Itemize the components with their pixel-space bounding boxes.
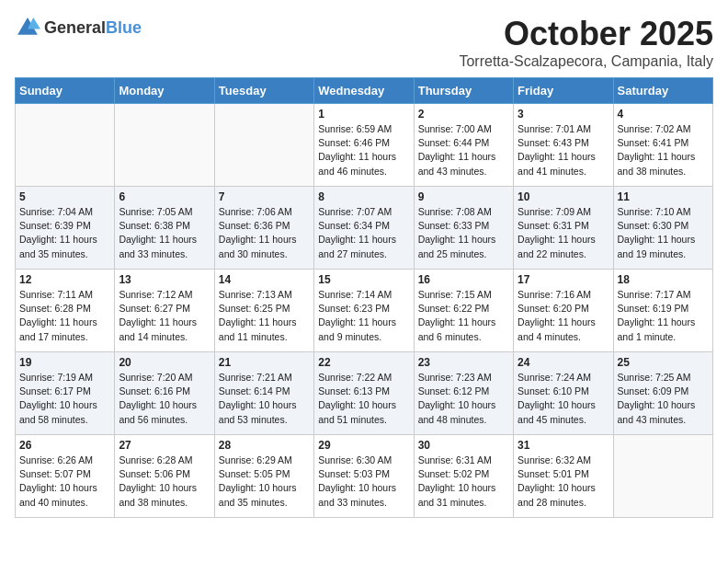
calendar-cell: 29Sunrise: 6:30 AM Sunset: 5:03 PM Dayli… [314, 435, 414, 518]
day-number: 18 [618, 273, 709, 286]
calendar-cell: 30Sunrise: 6:31 AM Sunset: 5:02 PM Dayli… [414, 435, 513, 518]
calendar-cell: 26Sunrise: 6:26 AM Sunset: 5:07 PM Dayli… [16, 435, 115, 518]
day-number: 8 [318, 190, 409, 203]
day-info: Sunrise: 6:30 AM Sunset: 5:03 PM Dayligh… [318, 454, 409, 510]
day-number: 9 [418, 190, 509, 203]
calendar-week-row: 5Sunrise: 7:04 AM Sunset: 6:39 PM Daylig… [16, 187, 713, 270]
day-number: 11 [618, 190, 709, 203]
day-number: 27 [119, 439, 210, 452]
calendar-cell: 5Sunrise: 7:04 AM Sunset: 6:39 PM Daylig… [16, 187, 115, 270]
day-number: 26 [19, 439, 110, 452]
calendar-cell [115, 104, 214, 187]
day-info: Sunrise: 6:59 AM Sunset: 6:46 PM Dayligh… [318, 122, 409, 178]
day-number: 15 [318, 273, 409, 286]
day-info: Sunrise: 7:14 AM Sunset: 6:23 PM Dayligh… [318, 288, 409, 344]
day-info: Sunrise: 7:19 AM Sunset: 6:17 PM Dayligh… [19, 371, 110, 427]
day-number: 22 [318, 356, 409, 369]
day-info: Sunrise: 7:02 AM Sunset: 6:41 PM Dayligh… [618, 122, 709, 178]
calendar-cell: 8Sunrise: 7:07 AM Sunset: 6:34 PM Daylig… [314, 187, 414, 270]
calendar-cell [214, 104, 313, 187]
day-number: 6 [119, 190, 210, 203]
day-number: 29 [318, 439, 409, 452]
calendar-cell: 24Sunrise: 7:24 AM Sunset: 6:10 PM Dayli… [514, 352, 613, 435]
day-number: 13 [119, 273, 210, 286]
day-info: Sunrise: 6:32 AM Sunset: 5:01 PM Dayligh… [518, 454, 609, 510]
day-number: 7 [219, 190, 310, 203]
calendar-cell: 27Sunrise: 6:28 AM Sunset: 5:06 PM Dayli… [115, 435, 214, 518]
logo-text-blue: Blue [106, 18, 142, 37]
calendar-week-row: 1Sunrise: 6:59 AM Sunset: 6:46 PM Daylig… [16, 104, 713, 187]
day-info: Sunrise: 7:23 AM Sunset: 6:12 PM Dayligh… [418, 371, 509, 427]
day-number: 30 [418, 439, 509, 452]
day-info: Sunrise: 7:00 AM Sunset: 6:44 PM Dayligh… [418, 122, 509, 178]
day-number: 12 [19, 273, 110, 286]
day-number: 10 [518, 190, 609, 203]
calendar-cell: 2Sunrise: 7:00 AM Sunset: 6:44 PM Daylig… [414, 104, 513, 187]
day-of-week-header: Tuesday [214, 78, 313, 104]
day-number: 31 [518, 439, 609, 452]
calendar-cell: 20Sunrise: 7:20 AM Sunset: 6:16 PM Dayli… [115, 352, 214, 435]
day-number: 25 [618, 356, 709, 369]
month-title: October 2025 [459, 15, 713, 53]
calendar-cell: 23Sunrise: 7:23 AM Sunset: 6:12 PM Dayli… [414, 352, 513, 435]
calendar-week-row: 12Sunrise: 7:11 AM Sunset: 6:28 PM Dayli… [16, 270, 713, 352]
calendar-cell: 11Sunrise: 7:10 AM Sunset: 6:30 PM Dayli… [613, 187, 712, 270]
calendar-week-row: 19Sunrise: 7:19 AM Sunset: 6:17 PM Dayli… [16, 352, 713, 435]
calendar-cell [16, 104, 115, 187]
day-number: 23 [418, 356, 509, 369]
calendar-cell: 16Sunrise: 7:15 AM Sunset: 6:22 PM Dayli… [414, 270, 513, 352]
day-number: 14 [219, 273, 310, 286]
calendar-cell [613, 435, 712, 518]
day-of-week-header: Wednesday [314, 78, 414, 104]
day-info: Sunrise: 7:01 AM Sunset: 6:43 PM Dayligh… [518, 122, 609, 178]
calendar-cell: 15Sunrise: 7:14 AM Sunset: 6:23 PM Dayli… [314, 270, 414, 352]
day-info: Sunrise: 7:25 AM Sunset: 6:09 PM Dayligh… [618, 371, 709, 427]
day-of-week-header: Monday [115, 78, 214, 104]
day-info: Sunrise: 6:29 AM Sunset: 5:05 PM Dayligh… [219, 454, 310, 510]
day-number: 28 [219, 439, 310, 452]
title-block: October 2025 Torretta-Scalzapecora, Camp… [459, 15, 713, 70]
calendar-cell: 1Sunrise: 6:59 AM Sunset: 6:46 PM Daylig… [314, 104, 414, 187]
day-info: Sunrise: 7:06 AM Sunset: 6:36 PM Dayligh… [219, 205, 310, 261]
day-info: Sunrise: 7:20 AM Sunset: 6:16 PM Dayligh… [119, 371, 210, 427]
calendar-cell: 28Sunrise: 6:29 AM Sunset: 5:05 PM Dayli… [214, 435, 313, 518]
calendar-cell: 19Sunrise: 7:19 AM Sunset: 6:17 PM Dayli… [16, 352, 115, 435]
page-header: GeneralBlue October 2025 Torretta-Scalza… [15, 15, 713, 70]
calendar-table: SundayMondayTuesdayWednesdayThursdayFrid… [15, 77, 713, 518]
day-info: Sunrise: 7:16 AM Sunset: 6:20 PM Dayligh… [518, 288, 609, 344]
day-of-week-header: Friday [514, 78, 613, 104]
day-info: Sunrise: 7:07 AM Sunset: 6:34 PM Dayligh… [318, 205, 409, 261]
calendar-cell: 31Sunrise: 6:32 AM Sunset: 5:01 PM Dayli… [514, 435, 613, 518]
day-info: Sunrise: 7:13 AM Sunset: 6:25 PM Dayligh… [219, 288, 310, 344]
day-info: Sunrise: 7:11 AM Sunset: 6:28 PM Dayligh… [19, 288, 110, 344]
day-number: 1 [318, 108, 409, 121]
calendar-cell: 9Sunrise: 7:08 AM Sunset: 6:33 PM Daylig… [414, 187, 513, 270]
day-info: Sunrise: 6:31 AM Sunset: 5:02 PM Dayligh… [418, 454, 509, 510]
calendar-cell: 13Sunrise: 7:12 AM Sunset: 6:27 PM Dayli… [115, 270, 214, 352]
location-title: Torretta-Scalzapecora, Campania, Italy [459, 53, 713, 70]
day-number: 17 [518, 273, 609, 286]
day-info: Sunrise: 7:22 AM Sunset: 6:13 PM Dayligh… [318, 371, 409, 427]
calendar-header-row: SundayMondayTuesdayWednesdayThursdayFrid… [16, 78, 713, 104]
day-info: Sunrise: 6:28 AM Sunset: 5:06 PM Dayligh… [119, 454, 210, 510]
day-info: Sunrise: 7:15 AM Sunset: 6:22 PM Dayligh… [418, 288, 509, 344]
calendar-week-row: 26Sunrise: 6:26 AM Sunset: 5:07 PM Dayli… [16, 435, 713, 518]
calendar-cell: 4Sunrise: 7:02 AM Sunset: 6:41 PM Daylig… [613, 104, 712, 187]
day-info: Sunrise: 7:17 AM Sunset: 6:19 PM Dayligh… [618, 288, 709, 344]
day-number: 3 [518, 108, 609, 121]
logo: GeneralBlue [15, 15, 142, 40]
day-number: 19 [19, 356, 110, 369]
day-info: Sunrise: 7:04 AM Sunset: 6:39 PM Dayligh… [19, 205, 110, 261]
day-of-week-header: Sunday [16, 78, 115, 104]
day-info: Sunrise: 7:08 AM Sunset: 6:33 PM Dayligh… [418, 205, 509, 261]
logo-icon [15, 15, 40, 40]
calendar-cell: 10Sunrise: 7:09 AM Sunset: 6:31 PM Dayli… [514, 187, 613, 270]
calendar-cell: 17Sunrise: 7:16 AM Sunset: 6:20 PM Dayli… [514, 270, 613, 352]
calendar-cell: 3Sunrise: 7:01 AM Sunset: 6:43 PM Daylig… [514, 104, 613, 187]
calendar-cell: 14Sunrise: 7:13 AM Sunset: 6:25 PM Dayli… [214, 270, 313, 352]
day-info: Sunrise: 7:21 AM Sunset: 6:14 PM Dayligh… [219, 371, 310, 427]
calendar-cell: 21Sunrise: 7:21 AM Sunset: 6:14 PM Dayli… [214, 352, 313, 435]
calendar-cell: 12Sunrise: 7:11 AM Sunset: 6:28 PM Dayli… [16, 270, 115, 352]
day-number: 20 [119, 356, 210, 369]
day-number: 24 [518, 356, 609, 369]
